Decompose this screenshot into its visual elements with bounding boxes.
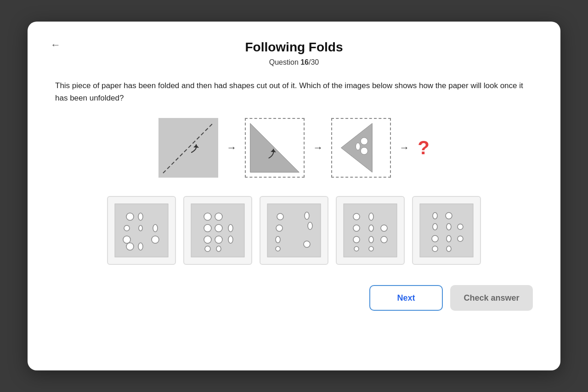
svg-marker-3 [250, 123, 300, 173]
fold-step-2 [245, 118, 305, 178]
svg-point-51 [446, 213, 452, 219]
svg-point-47 [381, 225, 387, 231]
next-button[interactable]: Next [369, 285, 443, 311]
svg-point-50 [433, 213, 437, 219]
svg-point-43 [353, 236, 360, 243]
svg-point-10 [126, 213, 134, 220]
svg-point-22 [204, 224, 211, 232]
svg-point-48 [381, 236, 387, 243]
option-2[interactable] [183, 196, 252, 265]
svg-point-25 [215, 236, 222, 243]
question-number: Question 16/30 [55, 58, 533, 67]
svg-point-44 [369, 236, 373, 243]
svg-point-15 [153, 224, 158, 232]
option-1[interactable] [107, 196, 176, 265]
svg-point-35 [305, 212, 309, 219]
svg-point-20 [204, 213, 211, 220]
button-row: Next Check answer [55, 285, 533, 311]
svg-point-52 [433, 224, 437, 230]
svg-point-37 [304, 241, 310, 247]
svg-point-6 [361, 138, 368, 145]
svg-point-36 [308, 222, 312, 230]
svg-point-42 [369, 225, 373, 231]
svg-point-40 [369, 213, 373, 220]
quiz-card: ← Following Folds Question 16/30 This pi… [28, 22, 560, 370]
svg-point-59 [447, 246, 451, 252]
svg-point-33 [276, 236, 280, 243]
svg-point-26 [205, 246, 210, 252]
svg-point-28 [228, 224, 233, 232]
svg-point-27 [216, 246, 221, 252]
svg-point-34 [276, 246, 280, 251]
fold-step-3 [331, 118, 391, 178]
svg-point-21 [215, 213, 222, 220]
svg-point-45 [354, 246, 359, 251]
svg-point-54 [458, 224, 463, 230]
svg-point-8 [356, 143, 361, 151]
svg-point-29 [228, 236, 233, 243]
header: Following Folds Question 16/30 [55, 40, 533, 67]
svg-point-7 [361, 147, 368, 155]
option-3[interactable] [260, 196, 328, 265]
arrow-2: → [313, 142, 323, 154]
svg-point-31 [277, 213, 283, 220]
question-text: This piece of paper has been folded and … [55, 79, 533, 104]
svg-point-55 [432, 235, 438, 242]
options-row [55, 196, 533, 265]
arrow-1: → [226, 142, 237, 154]
arrow-3: → [399, 142, 409, 154]
check-answer-button[interactable]: Check answer [450, 285, 533, 311]
svg-point-58 [432, 246, 438, 252]
page-title: Following Folds [55, 40, 533, 55]
svg-point-14 [123, 236, 130, 243]
option-5[interactable] [412, 196, 481, 265]
svg-point-18 [152, 236, 159, 243]
svg-point-23 [215, 224, 222, 232]
svg-point-39 [353, 213, 360, 220]
svg-point-56 [447, 235, 451, 242]
diagram-row: → → → ? [55, 118, 533, 178]
svg-point-17 [138, 243, 143, 250]
svg-point-24 [204, 236, 211, 243]
svg-point-57 [458, 236, 463, 241]
svg-point-32 [276, 225, 283, 231]
fold-step-1 [158, 118, 218, 178]
option-4[interactable] [336, 196, 405, 265]
svg-point-12 [124, 225, 130, 231]
svg-point-53 [447, 224, 451, 230]
svg-point-46 [369, 246, 373, 251]
svg-point-11 [138, 213, 143, 220]
question-mark: ? [418, 138, 430, 157]
svg-point-13 [139, 225, 142, 231]
back-button[interactable]: ← [51, 39, 61, 51]
svg-point-16 [126, 243, 134, 250]
svg-point-41 [353, 225, 360, 231]
